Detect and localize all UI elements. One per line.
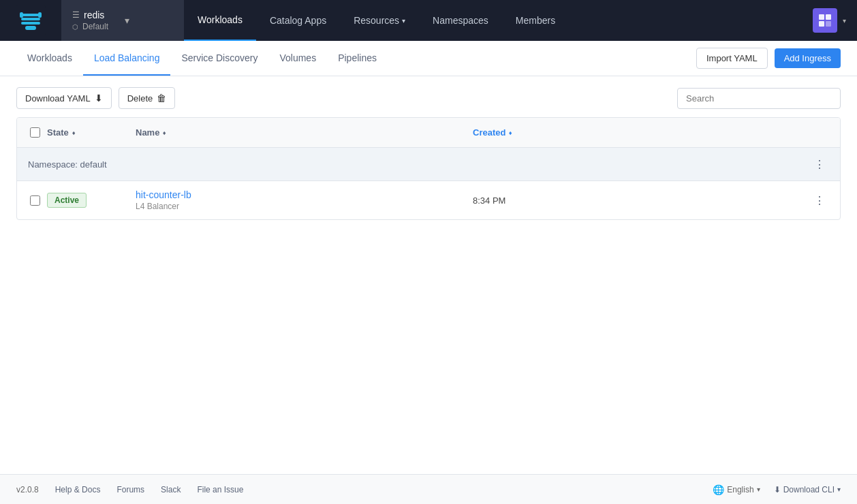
tab-service-discovery[interactable]: Service Discovery	[170, 41, 268, 76]
nav-members[interactable]: Members	[502, 0, 569, 41]
nav-links: Workloads Catalog Apps Resources ▾ Names…	[184, 0, 802, 41]
table-container: State ⬧ Name ⬧ Created ⬧ Namespace: defa…	[16, 117, 841, 220]
created-cell: 8:34 PM	[473, 195, 810, 206]
created-sort-icon: ⬧	[508, 129, 512, 136]
import-yaml-button[interactable]: Import YAML	[696, 48, 768, 69]
select-all-checkbox[interactable]	[30, 127, 40, 138]
search-input[interactable]	[677, 88, 841, 109]
svg-rect-10	[826, 21, 831, 27]
name-sort-icon: ⬧	[162, 129, 166, 136]
content-area: Download YAML ⬇ Delete 🗑 State ⬧ Name ⬧	[0, 76, 857, 231]
row-checkbox[interactable]	[30, 195, 40, 206]
namespace-actions-button[interactable]: ⋮	[810, 155, 829, 174]
svg-rect-8	[826, 14, 831, 20]
status-badge: Active	[47, 193, 87, 208]
user-avatar	[813, 8, 837, 33]
toolbar: Download YAML ⬇ Delete 🗑	[16, 87, 841, 109]
nav-workloads[interactable]: Workloads	[184, 0, 256, 41]
project-list-icon: ☰	[72, 10, 80, 20]
download-yaml-button[interactable]: Download YAML ⬇	[16, 87, 112, 109]
project-chevron-icon: ▾	[125, 15, 129, 26]
name-cell: hit-counter-lb L4 Balancer	[136, 189, 473, 211]
tab-volumes[interactable]: Volumes	[268, 41, 327, 76]
nav-resources[interactable]: Resources ▾	[340, 0, 419, 41]
row-name-link[interactable]: hit-counter-lb	[136, 189, 473, 200]
svg-rect-4	[20, 12, 23, 18]
svg-rect-3	[21, 14, 40, 16]
row-checkbox-cell	[22, 195, 47, 206]
tab-workloads[interactable]: Workloads	[16, 41, 83, 76]
table-row: Active hit-counter-lb L4 Balancer 8:34 P…	[17, 181, 840, 219]
namespace-icon: ⬡	[72, 23, 78, 31]
resources-chevron-icon: ▾	[402, 17, 405, 25]
user-chevron-icon: ▾	[843, 17, 846, 25]
state-cell: Active	[47, 193, 136, 208]
svg-rect-1	[21, 18, 40, 20]
sub-navigation: Workloads Load Balancing Service Discove…	[0, 41, 857, 76]
project-selector[interactable]: ☰ redis ⬡ Default ▾	[61, 0, 184, 41]
namespace-row: Namespace: default ⋮	[17, 148, 840, 181]
column-created[interactable]: Created ⬧	[473, 127, 810, 138]
top-navigation: ☰ redis ⬡ Default ▾ Workloads Catalog Ap…	[0, 0, 857, 41]
delete-button[interactable]: Delete 🗑	[119, 87, 176, 109]
project-name: redis	[84, 10, 104, 20]
column-state[interactable]: State ⬧	[47, 127, 136, 138]
nav-catalog-apps[interactable]: Catalog Apps	[256, 0, 340, 41]
add-ingress-button[interactable]: Add Ingress	[775, 48, 841, 68]
svg-rect-9	[819, 21, 824, 27]
logo-area	[0, 0, 61, 41]
svg-rect-6	[25, 26, 36, 30]
svg-rect-2	[21, 22, 40, 25]
row-type: L4 Balancer	[136, 202, 473, 211]
tab-pipelines[interactable]: Pipelines	[327, 41, 388, 76]
state-sort-icon: ⬧	[72, 129, 76, 136]
trash-icon: 🗑	[157, 93, 166, 104]
tab-load-balancing[interactable]: Load Balancing	[83, 41, 171, 76]
nav-namespaces[interactable]: Namespaces	[419, 0, 502, 41]
project-default: Default	[82, 22, 108, 31]
column-name[interactable]: Name ⬧	[136, 127, 473, 138]
svg-rect-5	[38, 12, 42, 18]
download-icon: ⬇	[95, 93, 103, 104]
rancher-logo	[16, 5, 46, 35]
svg-rect-7	[819, 14, 824, 20]
search-box	[677, 88, 841, 109]
select-all-cell	[22, 127, 47, 138]
sub-nav-actions: Import YAML Add Ingress	[696, 48, 841, 69]
row-actions-button[interactable]: ⋮	[810, 191, 829, 210]
user-area[interactable]: ▾	[802, 8, 857, 33]
table-header: State ⬧ Name ⬧ Created ⬧	[17, 118, 840, 148]
